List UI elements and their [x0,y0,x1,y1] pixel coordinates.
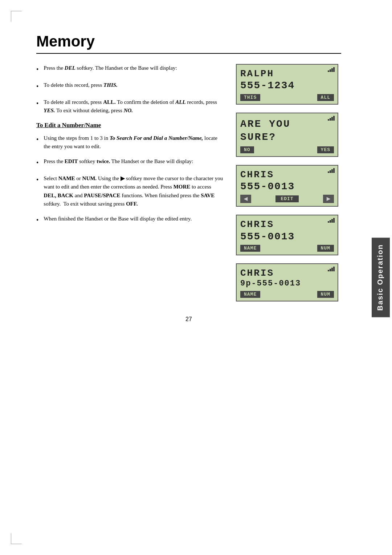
lcd-number-1: 555-1234 [240,80,334,92]
corner-mark-tl [11,11,22,22]
bullet-dot-3: • [36,99,38,109]
lcd-signal-5 [328,267,335,271]
bullet-dot-1: • [36,65,38,74]
lcd-this-key: THIS [240,94,260,101]
lcd-softkeys-5: NAME NUM [240,291,334,298]
bullet-text-2: To delete this record, press THIS. [44,81,118,89]
bullet-text-edit-2: Press the EDIT softkey twice. The Handse… [44,157,193,166]
bullet-text-3: To delete all records, press ALL. To con… [44,98,225,115]
lcd-number-4: 555-0013 [240,231,334,243]
lcd-name-key-5: NAME [240,291,260,298]
lcd-name-5: CHRIS [240,268,334,279]
lcd-signal-4 [328,218,335,223]
lcd-display-3: CHRIS 555-0013 ◄ EDIT ► [236,165,338,207]
lcd-num-key-5: NUM [317,291,334,298]
lcd-softkeys-3: ◄ EDIT ► [240,195,334,203]
bullet-text-edit-1: Using the steps from 1 to 3 in To Search… [44,134,225,151]
bullet-section-top: • Press the DEL softkey. The Handset or … [36,64,225,115]
bullet-text-edit-4: When finished the Handset or the Base wi… [44,215,192,223]
bullet-item-edit-1: • Using the steps from 1 to 3 in To Sear… [36,134,225,151]
bullet-dot-edit-1: • [36,135,38,145]
lcd-no-key: NO [240,146,254,153]
bullet-item-edit-2: • Press the EDIT softkey twice. The Hand… [36,157,225,168]
bullet-item-1: • Press the DEL softkey. The Handset or … [36,64,225,74]
bullet-dot-edit-3: • [36,175,38,185]
corner-mark-bl [11,533,22,544]
lcd-signal-3 [328,168,335,173]
sidebar-tab: Basic Operation [372,238,390,317]
left-column: • Press the DEL softkey. The Handset or … [36,64,225,301]
bullet-text-edit-3: Select NAME or NUM. Using the ▶ softkey … [44,174,225,208]
bullet-section-edit: • Using the steps from 1 to 3 in To Sear… [36,134,225,226]
lcd-signal-1 [328,67,335,72]
lcd-softkeys-4: NAME NUM [240,245,334,252]
lcd-num-key-4: NUM [317,245,334,252]
lcd-areyou-text: ARE YOUSURE? [240,118,334,144]
lcd-number-3: 555-0013 [240,181,334,193]
signal-bars-2 [328,116,335,121]
two-column-layout: • Press the DEL softkey. The Handset or … [36,64,341,301]
bullet-dot-2: • [36,82,38,92]
sidebar: Basic Operation [369,0,392,555]
page-number: 27 [36,316,341,323]
lcd-signal-2 [328,116,335,121]
lcd-arrow-left-key: ◄ [240,195,251,203]
lcd-number-5: 9p-555-0013 [240,279,334,288]
page-container: Basic Operation Memory • Press the DEL s… [0,0,392,555]
bullet-item-2: • To delete this record, press THIS. [36,81,225,92]
main-content: Memory • Press the DEL softkey. The Hand… [36,33,341,323]
lcd-name-3: CHRIS [240,169,334,181]
bullet-text-1: Press the DEL softkey. The Handset or th… [44,64,177,72]
lcd-name-key-4: NAME [240,245,260,252]
bullet-dot-edit-2: • [36,158,38,168]
lcd-softkeys-2: NO YES [240,146,334,153]
bullet-item-edit-4: • When finished the Handset or the Base … [36,215,225,225]
signal-bars-4 [328,218,335,223]
signal-bars-5 [328,267,335,271]
lcd-display-4: CHRIS 555-0013 NAME NUM [236,215,338,255]
lcd-display-5: CHRIS 9p-555-0013 NAME NUM [236,263,338,301]
bullet-item-edit-3: • Select NAME or NUM. Using the ▶ softke… [36,174,225,208]
lcd-name-4: CHRIS [240,219,334,230]
section-heading-edit: To Edit a Number/Name [36,122,225,129]
lcd-display-1: RALPH 555-1234 THIS ALL [236,64,338,105]
lcd-softkeys-1: THIS ALL [240,94,334,101]
title-rule [36,53,341,54]
lcd-yes-key: YES [317,146,334,153]
lcd-arrow-right-key: ► [323,195,334,203]
lcd-name-1: RALPH [240,68,334,80]
lcd-display-2: ARE YOUSURE? NO YES [236,113,338,157]
bullet-item-3: • To delete all records, press ALL. To c… [36,98,225,115]
signal-bars-1 [328,67,335,72]
page-title: Memory [36,33,341,50]
bullet-dot-edit-4: • [36,215,38,225]
lcd-edit-key: EDIT [275,195,298,202]
lcd-all-key: ALL [317,94,334,101]
right-column: RALPH 555-1234 THIS ALL ARE YOUSURE? [236,64,341,301]
signal-bars-3 [328,168,335,173]
